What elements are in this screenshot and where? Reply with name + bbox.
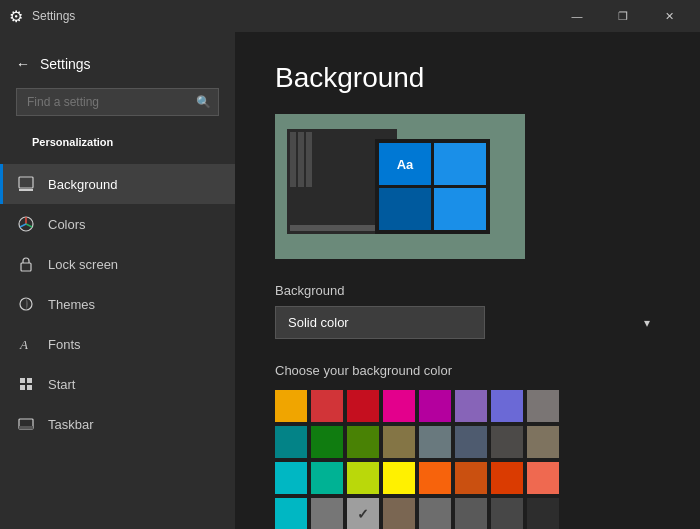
title-bar-controls: — ❐ ✕ — [554, 0, 692, 32]
sidebar-item-background[interactable]: Background — [0, 164, 235, 204]
title-bar-title: Settings — [32, 9, 75, 23]
sidebar-item-themes-label: Themes — [48, 297, 95, 312]
color-swatch-navy[interactable] — [455, 426, 487, 458]
color-swatch-red1[interactable] — [311, 390, 343, 422]
themes-icon — [16, 294, 36, 314]
sidebar-nav: Background Colors Lock screen Themes — [0, 164, 235, 529]
lock-icon — [16, 254, 36, 274]
background-icon — [16, 174, 36, 194]
fonts-icon: A — [16, 334, 36, 354]
maximize-button[interactable]: ❐ — [600, 0, 646, 32]
color-swatch-red2[interactable] — [347, 390, 379, 422]
color-swatch-mid-gray3[interactable] — [491, 498, 523, 529]
colors-icon — [16, 214, 36, 234]
main-content: Background Aa Background — [235, 32, 700, 529]
color-swatch-indigo[interactable] — [491, 390, 523, 422]
sidebar-search: 🔍 — [16, 88, 219, 116]
back-icon: ← — [16, 56, 30, 72]
color-swatch-brown1[interactable] — [383, 498, 415, 529]
color-swatch-vermilion[interactable] — [491, 462, 523, 494]
color-swatch-tan[interactable] — [383, 426, 415, 458]
color-swatch-burnt[interactable] — [455, 462, 487, 494]
color-swatch-dark[interactable] — [527, 498, 559, 529]
color-swatch-yellow[interactable] — [383, 462, 415, 494]
app-content: ← Settings 🔍 Personalization Background — [0, 32, 700, 529]
color-swatch-salmon[interactable] — [527, 462, 559, 494]
minimize-button[interactable]: — — [554, 0, 600, 32]
sidebar-back-label: Settings — [40, 56, 91, 72]
color-swatch-warm-gray[interactable] — [527, 426, 559, 458]
sidebar-item-background-label: Background — [48, 177, 117, 192]
color-swatch-mid-gray1[interactable] — [419, 498, 451, 529]
color-swatch-purple2[interactable] — [455, 390, 487, 422]
background-preview: Aa — [275, 114, 525, 259]
color-swatch-gray1[interactable] — [527, 390, 559, 422]
sidebar-item-fonts-label: Fonts — [48, 337, 81, 352]
color-swatch-pink[interactable] — [383, 390, 415, 422]
color-swatch-purple1[interactable] — [419, 390, 451, 422]
color-swatch-lime[interactable] — [347, 462, 379, 494]
background-dropdown[interactable]: Solid color Picture Slideshow — [275, 306, 485, 339]
color-swatch-green2[interactable] — [347, 426, 379, 458]
svg-rect-0 — [19, 177, 33, 188]
sidebar-item-start-label: Start — [48, 377, 75, 392]
color-swatch-mint[interactable] — [311, 462, 343, 494]
color-swatch-seafoam[interactable] — [275, 498, 307, 529]
settings-icon: ⚙ — [8, 8, 24, 24]
color-swatch-orange2[interactable] — [419, 462, 451, 494]
color-swatch-selected[interactable] — [347, 498, 379, 529]
background-setting-label: Background — [275, 283, 660, 298]
sidebar-item-lock-screen-label: Lock screen — [48, 257, 118, 272]
sidebar-item-taskbar[interactable]: Taskbar — [0, 404, 235, 444]
color-section-label: Choose your background color — [275, 363, 660, 378]
sidebar-item-lock-screen[interactable]: Lock screen — [0, 244, 235, 284]
sidebar-back-button[interactable]: ← Settings — [16, 48, 219, 80]
color-swatch-slate[interactable] — [419, 426, 451, 458]
close-button[interactable]: ✕ — [646, 0, 692, 32]
color-swatch-green1[interactable] — [311, 426, 343, 458]
svg-rect-6 — [20, 378, 25, 383]
search-icon: 🔍 — [196, 95, 211, 109]
color-swatch-mid-gray2[interactable] — [455, 498, 487, 529]
sidebar-item-taskbar-label: Taskbar — [48, 417, 94, 432]
svg-rect-7 — [27, 378, 32, 383]
svg-rect-3 — [21, 263, 31, 271]
color-swatch-cyan[interactable] — [275, 462, 307, 494]
svg-rect-11 — [19, 426, 33, 429]
dropdown-arrow-icon: ▾ — [644, 316, 650, 330]
preview-screen-right: Aa — [375, 139, 490, 234]
dropdown-container: Solid color Picture Slideshow ▾ — [275, 306, 660, 339]
sidebar: ← Settings 🔍 Personalization Background — [0, 32, 235, 529]
sidebar-item-fonts[interactable]: A Fonts — [0, 324, 235, 364]
svg-rect-8 — [20, 385, 25, 390]
color-grid — [275, 390, 660, 529]
sidebar-item-colors[interactable]: Colors — [0, 204, 235, 244]
sidebar-item-start[interactable]: Start — [0, 364, 235, 404]
sidebar-header: ← Settings 🔍 Personalization — [0, 32, 235, 164]
sidebar-item-themes[interactable]: Themes — [0, 284, 235, 324]
sidebar-item-colors-label: Colors — [48, 217, 86, 232]
color-swatch-gray2[interactable] — [311, 498, 343, 529]
page-title: Background — [275, 62, 660, 94]
color-swatch-orange[interactable] — [275, 390, 307, 422]
svg-rect-9 — [27, 385, 32, 390]
color-swatch-teal[interactable] — [275, 426, 307, 458]
color-swatch-charcoal[interactable] — [491, 426, 523, 458]
svg-rect-1 — [19, 189, 33, 191]
title-bar-left: ⚙ Settings — [8, 8, 75, 24]
sidebar-section-label: Personalization — [16, 128, 219, 156]
search-input[interactable] — [16, 88, 219, 116]
svg-text:A: A — [19, 337, 28, 352]
title-bar: ⚙ Settings — ❐ ✕ — [0, 0, 700, 32]
taskbar-icon — [16, 414, 36, 434]
start-icon — [16, 374, 36, 394]
